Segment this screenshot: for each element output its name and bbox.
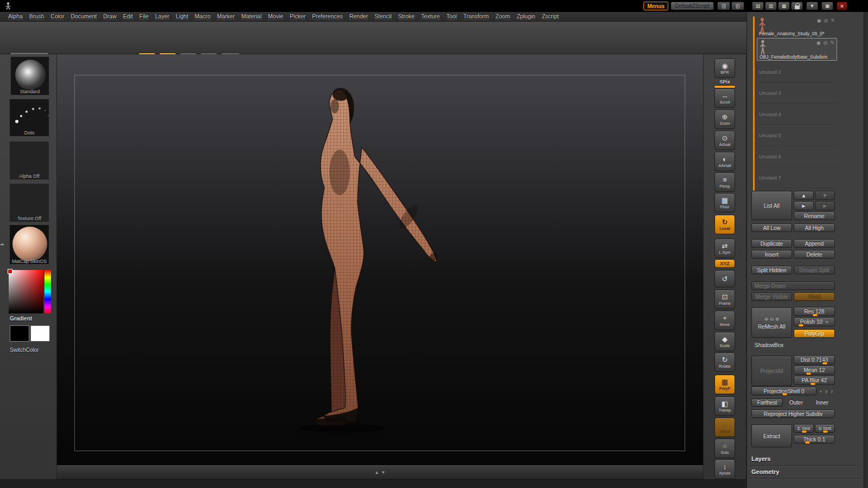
- extract-button[interactable]: Extract: [751, 425, 792, 447]
- menu-draw[interactable]: Draw: [103, 13, 117, 20]
- maximize-button[interactable]: ▣: [821, 2, 833, 10]
- solo-button[interactable]: ○ Solo: [714, 439, 735, 458]
- copy-document-icon[interactable]: ▤: [752, 2, 764, 10]
- hide-ui-button[interactable]: ▼: [806, 2, 818, 10]
- menu-alpha[interactable]: Alpha: [8, 13, 23, 20]
- menu-zoom[interactable]: Zoom: [495, 13, 510, 20]
- menu-transform[interactable]: Transform: [463, 13, 489, 20]
- weld-button[interactable]: Weld: [794, 292, 835, 301]
- stroke-thumbnail[interactable]: Dots: [9, 99, 49, 137]
- switch-color-label[interactable]: SwitchColor: [10, 347, 39, 353]
- subtool-select-prev-button[interactable]: ►: [815, 201, 835, 210]
- menu-zplugin[interactable]: Zplugin: [516, 13, 535, 20]
- merge-down-button[interactable]: Merge Down: [751, 281, 835, 290]
- polypaint-icon[interactable]: ◎: [824, 40, 828, 46]
- menu-file[interactable]: File: [139, 13, 149, 20]
- shelf-divider-handle[interactable]: ◂ ▸: [0, 239, 8, 249]
- menu-picker[interactable]: Picker: [289, 13, 306, 20]
- all-low-button[interactable]: All Low: [751, 223, 792, 232]
- tray-scroll-indicator[interactable]: [753, 16, 755, 191]
- texture-thumbnail[interactable]: Texture Off: [9, 183, 49, 222]
- free-rotate-button[interactable]: ↺: [714, 270, 735, 287]
- hue-strip[interactable]: [44, 270, 51, 313]
- split-hidden-button[interactable]: Split Hidden: [751, 266, 792, 274]
- switch-color-widget[interactable]: [10, 325, 50, 343]
- lock-button[interactable]: [791, 2, 803, 10]
- actual-size-button[interactable]: ⊙ Actual: [714, 131, 735, 150]
- e-smt-slider[interactable]: E Smt: [794, 424, 814, 433]
- append-button[interactable]: Append: [794, 239, 835, 248]
- menu-zscript[interactable]: Zscript: [541, 13, 560, 20]
- aahalf-button[interactable]: ◐ AAHalf: [714, 152, 735, 171]
- subtool-slot-unused[interactable]: Unused 5: [757, 125, 837, 146]
- menus-button[interactable]: Menus: [643, 2, 668, 10]
- subtool-up-button[interactable]: ▲: [794, 191, 814, 200]
- menu-texture[interactable]: Texture: [420, 13, 440, 20]
- xpose-button[interactable]: ↕ Xpose: [714, 459, 735, 479]
- geometry-section-header[interactable]: Geometry: [751, 468, 779, 475]
- all-high-button[interactable]: All High: [794, 223, 835, 232]
- menu-layer[interactable]: Layer: [155, 13, 170, 20]
- alpha-thumbnail[interactable]: Alpha Off: [9, 141, 49, 180]
- polish-toggle-icon[interactable]: ○: [825, 319, 828, 325]
- inner-button[interactable]: Inner: [809, 399, 835, 407]
- saturation-value-square[interactable]: [9, 270, 43, 313]
- transparency-button[interactable]: ◧ Transp: [714, 396, 735, 416]
- tray-scroll-right-icon[interactable]: ||): [731, 2, 744, 10]
- res-slider[interactable]: Res 128: [794, 307, 835, 316]
- material-thumbnail[interactable]: MatCap SkinOS: [9, 224, 49, 265]
- subtool-edit-icon[interactable]: ✎: [830, 40, 834, 46]
- menu-light[interactable]: Light: [175, 13, 189, 20]
- remesh-all-button[interactable]: ⊕ ⊖ ⊗ ReMesh All: [751, 307, 792, 338]
- menu-stencil[interactable]: Stencil: [374, 13, 392, 20]
- polyframe-button[interactable]: ▦ PolyF: [714, 375, 735, 394]
- scale-canvas-button[interactable]: ◆ Scale: [714, 332, 735, 351]
- groups-split-button[interactable]: Groups Split: [794, 266, 835, 274]
- delete-button[interactable]: Delete: [794, 250, 835, 259]
- current-brush-thumbnail[interactable]: Standard: [10, 56, 49, 95]
- subtool-row-2-selected[interactable]: ◉ ◎ ✎ OBJ_FemaleBodyBase_Subdivis: [757, 38, 837, 61]
- default-zscript-button[interactable]: DefaultZScript: [671, 2, 714, 10]
- frame-button[interactable]: ⊡ Frame: [714, 290, 735, 309]
- s-smt-slider[interactable]: S Smt: [815, 424, 835, 433]
- subtool-slot-unused[interactable]: Unused 2: [757, 62, 837, 82]
- rename-button[interactable]: Rename: [794, 211, 835, 220]
- polygrp-button[interactable]: PolyGrp: [794, 329, 835, 338]
- visibility-eye-icon[interactable]: ◉: [816, 40, 821, 46]
- move-canvas-button[interactable]: + Move: [714, 311, 735, 330]
- dist-slider[interactable]: Dist 0.7143: [794, 355, 835, 364]
- menu-marker[interactable]: Marker: [216, 13, 235, 20]
- spix-slider-bar[interactable]: [714, 86, 735, 88]
- tray-scrollbar[interactable]: [864, 12, 868, 488]
- project-all-button[interactable]: ProjectAll: [751, 356, 792, 386]
- mean-slider[interactable]: Mean 12: [794, 365, 835, 375]
- spix-slider[interactable]: SPix: [714, 78, 735, 88]
- canvas-viewport[interactable]: [57, 54, 703, 465]
- projection-shell-slider[interactable]: ProjectionShell 0: [751, 387, 816, 395]
- scroll-button[interactable]: ↔ Scroll: [714, 88, 735, 108]
- main-color-swatch[interactable]: [10, 325, 29, 342]
- polypaint-icon[interactable]: ◎: [824, 18, 828, 23]
- subtool-slot-unused[interactable]: Unused 7: [757, 168, 837, 188]
- subtool-down-button[interactable]: ▼: [815, 191, 835, 200]
- color-picker[interactable]: [9, 270, 51, 313]
- tray-scroll-left-icon[interactable]: (||: [717, 2, 730, 10]
- subtool-row-1[interactable]: ◉ ◎ ✎ Female_Anatomy_Study_09_(P: [757, 16, 837, 37]
- perspective-button[interactable]: ≡ Persp: [714, 172, 735, 192]
- polish-slider[interactable]: Polish 10○: [794, 317, 835, 326]
- list-all-button[interactable]: List All: [751, 191, 792, 220]
- save-document-icon[interactable]: ▦: [778, 2, 790, 10]
- subtool-slot-unused[interactable]: Unused 6: [757, 146, 837, 167]
- menu-color[interactable]: Color: [50, 13, 65, 20]
- subtool-slot-unused[interactable]: Unused 3: [757, 83, 837, 104]
- farthest-button[interactable]: Farthest: [751, 399, 783, 407]
- merge-visible-button[interactable]: Merge Visible: [751, 292, 792, 301]
- insert-button[interactable]: Insert: [751, 250, 792, 259]
- zoom-button[interactable]: ⊕ Zoom: [714, 110, 735, 129]
- bpr-render-button[interactable]: ◉ BPR: [714, 59, 735, 78]
- menu-stroke[interactable]: Stroke: [398, 13, 415, 20]
- subtool-select-next-button[interactable]: ►: [794, 201, 814, 210]
- rotate-canvas-button[interactable]: ↻ Rotate: [714, 352, 735, 372]
- shadowbox-button[interactable]: ShadowBox: [751, 341, 835, 349]
- lsym-button[interactable]: ⇄ L.Sym: [714, 239, 735, 258]
